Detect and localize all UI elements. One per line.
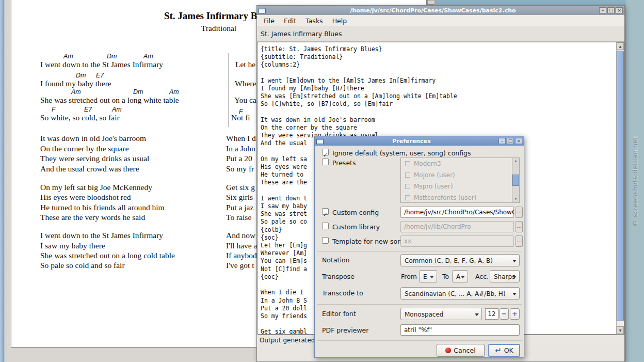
maximize-button[interactable]: □: [507, 138, 514, 144]
chevron-down-icon: [461, 276, 465, 278]
presets-label: Presets: [332, 159, 356, 167]
editor-titlebar[interactable]: /home/jv/src/ChordPro/Cases/ShowCases/ba…: [257, 6, 624, 15]
checkbox-icon: [405, 161, 410, 166]
close-button[interactable]: ×: [515, 138, 522, 144]
scroll-up-icon[interactable]: ▲: [617, 42, 624, 50]
editor-font-dropdown[interactable]: Monospaced: [400, 308, 482, 320]
custom-library-checkbox[interactable]: [322, 223, 329, 229]
notation-dropdown[interactable]: Common (C, D, E, F, G, A, B): [400, 254, 520, 266]
ok-enter-icon: ↵: [495, 346, 502, 355]
preset-item: Mspro (user): [401, 181, 519, 192]
editor-scrollbar[interactable]: ▲ ▼: [616, 42, 624, 334]
menu-help[interactable]: Help: [328, 15, 352, 26]
tabbar: St. James Infirmary Blues: [257, 26, 624, 42]
ok-button[interactable]: ↵ OK: [488, 344, 520, 357]
close-button[interactable]: ×: [616, 7, 623, 13]
transpose-from-value: E: [423, 273, 427, 280]
editor-font-label: Editor font: [322, 310, 356, 318]
menu-file[interactable]: File: [259, 15, 279, 26]
custom-library-label: Custom library: [332, 223, 380, 231]
transcode-label: Transcode to: [322, 289, 363, 297]
ignore-default-checkbox[interactable]: ✓: [322, 149, 329, 155]
transcode-dropdown[interactable]: Scandinavian (C, ... A, A#/Bb, H): [400, 287, 520, 300]
custom-config-browse-button[interactable]: …: [516, 207, 523, 218]
preferences-title: Preferences: [326, 138, 497, 145]
custom-config-checkbox[interactable]: ✓: [322, 208, 329, 215]
transpose-to-label: To: [442, 273, 449, 280]
transpose-to-dropdown[interactable]: A: [452, 270, 468, 282]
preferences-dialog: Preferences – □ × ✓ Ignore default (syst…: [314, 136, 524, 358]
editor-window-title: /home/jv/src/ChordPro/Cases/ShowCases/ba…: [268, 7, 598, 14]
screen: St. James Infirmary Blues Traditional Am…: [0, 0, 644, 362]
checkbox-icon: [405, 195, 410, 200]
transpose-acc-label: Acc.: [475, 273, 489, 280]
ok-button-label: OK: [504, 347, 513, 354]
template-label: Template for new songs: [332, 238, 409, 245]
cancel-button[interactable]: Cancel: [437, 344, 485, 357]
chevron-down-icon: [512, 276, 517, 278]
scroll-down-icon[interactable]: ▼: [617, 326, 624, 334]
transpose-from-label: From: [401, 273, 417, 280]
chevron-down-icon: [430, 276, 434, 278]
presets-listbox: Modern3Mojore (user)Mspro (user)Msttcore…: [400, 158, 520, 203]
checkbox-icon: [405, 184, 410, 189]
notation-value: Common (C, D, E, F, G, A, B): [405, 257, 493, 264]
presets-checkbox[interactable]: [322, 159, 329, 165]
transpose-label: Transpose: [322, 273, 355, 280]
pdf-window-left-border: [0, 0, 4, 362]
preset-item-label: Mojore (user): [414, 171, 455, 179]
preset-item-label: Mspro (user): [414, 183, 453, 190]
custom-library-field: /home/jv/lib/ChordPro: [400, 221, 514, 232]
chevron-down-icon: [475, 313, 479, 316]
preset-item-label: Modern3: [414, 160, 441, 167]
cancel-button-label: Cancel: [454, 347, 475, 354]
menu-tasks[interactable]: Tasks: [301, 15, 328, 26]
template-field: xx: [400, 235, 514, 247]
custom-config-label: Custom config: [332, 209, 379, 216]
transpose-from-dropdown[interactable]: E: [419, 270, 437, 282]
chevron-down-icon: [512, 293, 517, 295]
scroll-down-icon: ▼: [512, 196, 519, 202]
preset-item: Modern3: [401, 158, 519, 169]
presets-scrollbar: ▲ ▼: [512, 158, 519, 202]
font-size-decrease-button[interactable]: −: [500, 308, 509, 320]
maximize-button[interactable]: □: [607, 7, 615, 13]
cancel-icon: [445, 348, 451, 353]
pdf-previewer-field[interactable]: atril "%f": [400, 324, 520, 336]
presets-scrollbar-thumb: [512, 175, 519, 186]
chevron-down-icon: [512, 260, 517, 262]
menubar: FileEditTasksHelp: [257, 15, 624, 26]
tab-song[interactable]: St. James Infirmary Blues: [257, 30, 342, 38]
column-divider: [229, 53, 229, 127]
font-size-increase-button[interactable]: +: [510, 308, 520, 320]
preferences-titlebar[interactable]: Preferences – □ ×: [315, 136, 524, 146]
pdf-scrollbar-button[interactable]: [427, 0, 434, 5]
custom-library-browse-button: …: [516, 221, 523, 232]
pdf-previewer-label: PDF previewer: [322, 326, 368, 334]
minimize-button[interactable]: –: [599, 7, 606, 13]
separator: [317, 340, 522, 341]
menu-edit[interactable]: Edit: [279, 15, 301, 26]
presets-items: Modern3Mojore (user)Mspro (user)Msttcore…: [401, 158, 519, 203]
window-icon: [259, 8, 266, 13]
check-icon: ✓: [323, 211, 328, 218]
template-checkbox[interactable]: [322, 237, 329, 244]
check-icon: ✓: [323, 152, 328, 159]
notation-label: Notation: [322, 256, 350, 264]
minimize-button[interactable]: –: [498, 138, 506, 144]
transpose-acc-dropdown[interactable]: Sharps: [490, 270, 520, 282]
checkbox-icon: [405, 172, 410, 178]
separator: [317, 304, 522, 305]
ignore-default-label: Ignore default (system, user, song) conf…: [332, 149, 471, 157]
scroll-up-icon: ▲: [512, 158, 519, 164]
editor-scrollbar-thumb[interactable]: [617, 51, 624, 321]
transcode-value: Scandinavian (C, ... A, A#/Bb, H): [405, 290, 506, 297]
separator: [317, 251, 522, 251]
custom-config-field[interactable]: /home/jv/src/ChordPro/Cases/ShowCas: [400, 207, 514, 218]
font-size-field[interactable]: 12: [485, 308, 498, 320]
template-browse-button: …: [516, 235, 523, 247]
preset-item: Mojore (user): [401, 169, 519, 181]
editor-font-value: Monospaced: [405, 311, 443, 318]
preset-item: Msttcorefonts (user): [401, 192, 519, 203]
preset-item-label: Msttcorefonts (user): [414, 194, 477, 201]
